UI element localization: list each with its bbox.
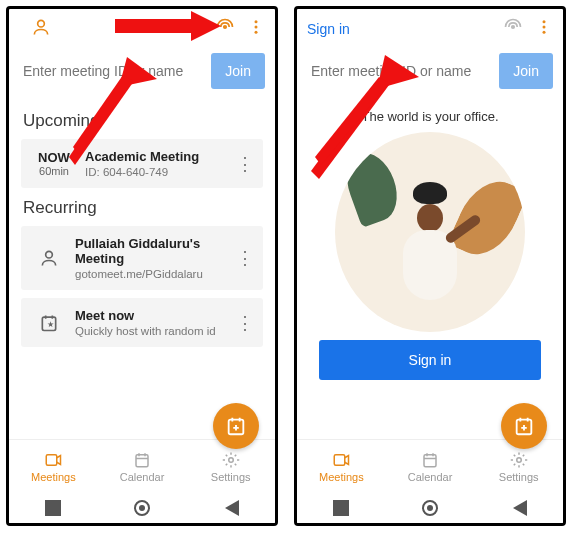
tab-calendar[interactable]: Calendar bbox=[98, 440, 187, 493]
profile-icon[interactable] bbox=[19, 17, 51, 41]
card-more-icon[interactable]: ⋮ bbox=[235, 247, 255, 269]
tab-label: Settings bbox=[211, 471, 251, 483]
section-title-recurring: Recurring bbox=[23, 198, 263, 218]
svg-marker-4 bbox=[73, 75, 133, 155]
android-system-nav bbox=[9, 493, 275, 523]
tab-label: Settings bbox=[499, 471, 539, 483]
overflow-menu-icon[interactable] bbox=[235, 17, 265, 41]
topbar: Sign in bbox=[297, 9, 563, 49]
annotation-arrow-icon bbox=[115, 9, 225, 43]
tab-meetings[interactable]: Meetings bbox=[9, 440, 98, 493]
svg-rect-25 bbox=[335, 454, 346, 465]
recent-apps-button[interactable] bbox=[45, 500, 61, 516]
card-more-icon[interactable]: ⋮ bbox=[235, 153, 255, 175]
annotation-arrow-icon bbox=[301, 55, 431, 185]
new-meeting-fab[interactable] bbox=[213, 403, 259, 449]
svg-text:★: ★ bbox=[47, 320, 54, 329]
svg-point-16 bbox=[228, 457, 233, 462]
join-button[interactable]: Join bbox=[499, 53, 553, 89]
svg-point-27 bbox=[516, 457, 521, 462]
tab-label: Calendar bbox=[120, 471, 165, 483]
svg-point-9 bbox=[255, 31, 258, 34]
svg-point-23 bbox=[543, 31, 546, 34]
svg-marker-19 bbox=[315, 77, 389, 165]
home-button[interactable] bbox=[422, 500, 438, 516]
svg-point-22 bbox=[543, 26, 546, 29]
svg-point-21 bbox=[543, 20, 546, 23]
overflow-menu-icon[interactable] bbox=[523, 17, 553, 41]
signin-button[interactable]: Sign in bbox=[319, 340, 541, 380]
meet-now-icon: ★ bbox=[29, 313, 69, 333]
annotation-arrow-icon bbox=[61, 57, 181, 177]
person-icon bbox=[29, 248, 69, 268]
svg-marker-1 bbox=[191, 11, 221, 41]
meet-now-card[interactable]: ★ Meet now Quickly host with random id ⋮ bbox=[21, 298, 263, 347]
meeting-url: gotomeet.me/PGiddalaru bbox=[75, 268, 229, 280]
join-button[interactable]: Join bbox=[211, 53, 265, 89]
cast-icon[interactable] bbox=[491, 17, 523, 41]
svg-point-7 bbox=[255, 20, 258, 23]
tab-meetings[interactable]: Meetings bbox=[297, 440, 386, 493]
tab-label: Meetings bbox=[319, 471, 364, 483]
meeting-sub: Quickly host with random id bbox=[75, 325, 229, 337]
back-button[interactable] bbox=[223, 500, 239, 516]
home-button[interactable] bbox=[134, 500, 150, 516]
new-meeting-fab[interactable] bbox=[501, 403, 547, 449]
svg-point-8 bbox=[255, 26, 258, 29]
card-more-icon[interactable]: ⋮ bbox=[235, 312, 255, 334]
tab-label: Calendar bbox=[408, 471, 453, 483]
svg-point-20 bbox=[512, 26, 515, 29]
recurring-meeting-card[interactable]: Pullaiah Giddaluru's Meeting gotomeet.me… bbox=[21, 226, 263, 290]
phone-left: Join Upcoming NOW 60min Academic Meeting… bbox=[6, 6, 278, 526]
svg-point-5 bbox=[38, 20, 45, 27]
svg-rect-14 bbox=[47, 454, 58, 465]
svg-rect-26 bbox=[424, 454, 436, 466]
tab-label: Meetings bbox=[31, 471, 76, 483]
tab-calendar[interactable]: Calendar bbox=[386, 440, 475, 493]
recent-apps-button[interactable] bbox=[333, 500, 349, 516]
meeting-title: Pullaiah Giddaluru's Meeting bbox=[75, 236, 229, 266]
svg-rect-0 bbox=[115, 19, 191, 33]
android-system-nav bbox=[297, 493, 563, 523]
back-button[interactable] bbox=[511, 500, 527, 516]
meeting-title: Meet now bbox=[75, 308, 229, 323]
svg-point-10 bbox=[46, 251, 53, 258]
signin-link[interactable]: Sign in bbox=[307, 21, 350, 37]
phone-right: Sign in Join The world is your office. bbox=[294, 6, 566, 526]
svg-rect-15 bbox=[136, 454, 148, 466]
